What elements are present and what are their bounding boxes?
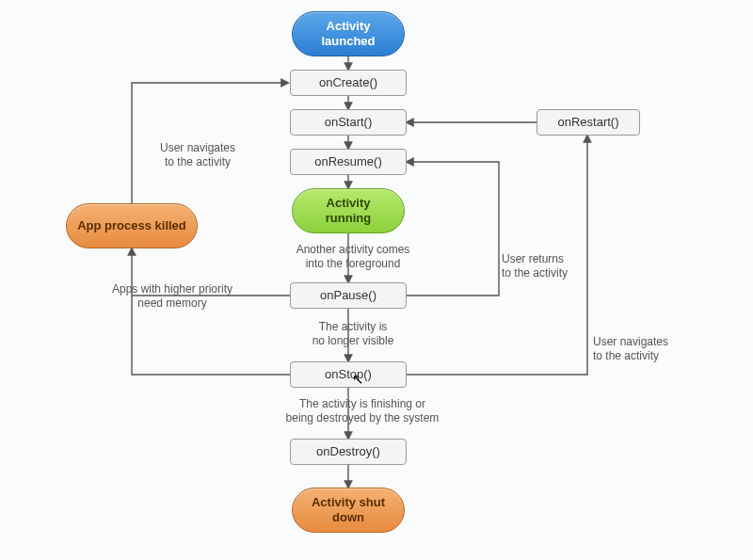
- label-no-longer-visible: The activity is no longer visible: [282, 320, 424, 348]
- state-activity-launched: Activity launched: [292, 11, 405, 56]
- method-onstart: onStart(): [290, 109, 407, 136]
- method-onresume: onResume(): [290, 149, 407, 175]
- activity-lifecycle-diagram: Activity launched onCreate() onStart() o…: [0, 0, 753, 560]
- label-activity-finishing: The activity is finishing or being destr…: [264, 397, 461, 425]
- method-onstop: onStop(): [290, 361, 407, 388]
- label-user-returns-to-activity: User returns to the activity: [502, 252, 605, 280]
- label-user-navigates-to-activity-2: User navigates to the activity: [593, 335, 706, 363]
- label-user-navigates-to-activity: User navigates to the activity: [136, 141, 259, 169]
- state-activity-running: Activity running: [292, 188, 405, 233]
- label-higher-priority-memory: Apps with higher priority need memory: [88, 282, 257, 311]
- state-activity-shutdown: Activity shut down: [292, 488, 405, 533]
- state-app-process-killed: App process killed: [66, 203, 198, 248]
- method-oncreate: onCreate(): [290, 70, 407, 96]
- method-onpause: onPause(): [290, 282, 407, 309]
- method-onrestart: onRestart(): [537, 109, 640, 136]
- label-another-activity-foreground: Another activity comes into the foregrou…: [273, 243, 433, 271]
- method-ondestroy: onDestroy(): [290, 439, 407, 465]
